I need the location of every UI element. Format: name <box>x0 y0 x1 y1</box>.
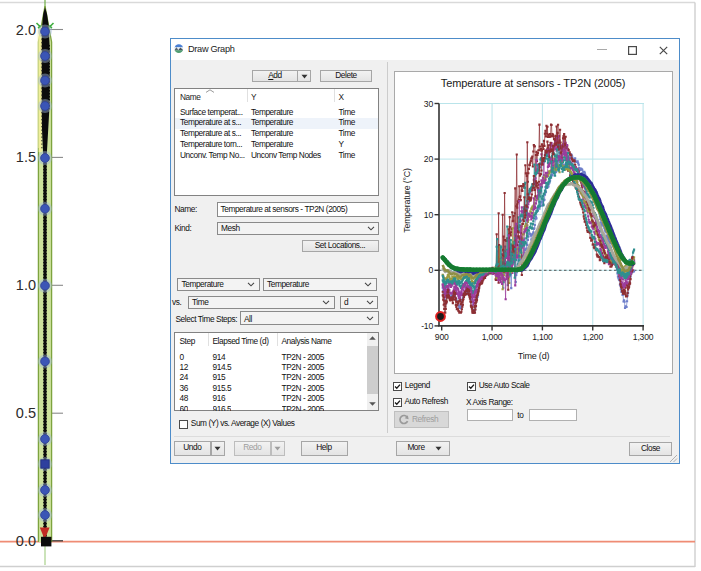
svg-text:0.5: 0.5 <box>16 405 36 421</box>
svg-text:1,200: 1,200 <box>582 331 603 341</box>
svg-text:1,100: 1,100 <box>532 331 553 341</box>
svg-text:1.5: 1.5 <box>16 149 36 165</box>
svg-text:1,000: 1,000 <box>481 331 502 341</box>
svg-text:20: 20 <box>423 154 433 164</box>
svg-text:Temperature (°C): Temperature (°C) <box>401 168 411 233</box>
svg-text:1.0: 1.0 <box>16 277 36 293</box>
svg-text:2.0: 2.0 <box>16 22 36 38</box>
svg-text:0: 0 <box>428 265 433 275</box>
svg-text:10: 10 <box>423 209 433 219</box>
svg-text:-10: -10 <box>421 320 433 330</box>
svg-text:30: 30 <box>423 98 433 108</box>
svg-text:900: 900 <box>434 331 448 341</box>
svg-text:Temperature at sensors - TP2N: Temperature at sensors - TP2N (2005) <box>440 76 625 88</box>
svg-text:0.0: 0.0 <box>16 533 36 549</box>
svg-text:Time (d): Time (d) <box>517 351 549 361</box>
svg-text:1,300: 1,300 <box>632 331 653 341</box>
